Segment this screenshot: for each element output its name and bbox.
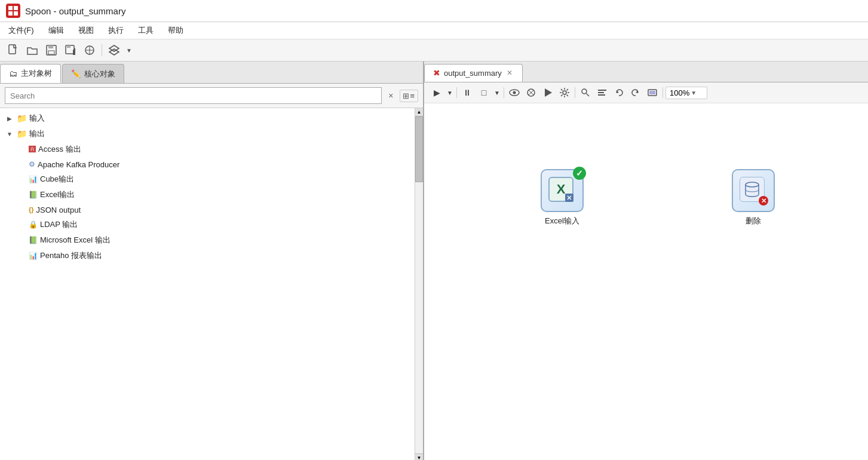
rt-sep-2: [504, 87, 504, 98]
search-options-button[interactable]: ⊞≡: [400, 90, 418, 102]
ldap-icon: 🔒: [29, 220, 38, 229]
app-logo: [6, 4, 20, 18]
svg-point-31: [746, 182, 759, 187]
stop-button[interactable]: □: [476, 85, 492, 100]
main-tree-tab-label: 主对象树: [21, 68, 52, 79]
new-file-icon: [7, 44, 19, 56]
svg-rect-28: [649, 91, 655, 94]
search-clear-button[interactable]: ×: [384, 89, 397, 102]
svg-rect-7: [48, 51, 54, 54]
delete-node[interactable]: ✕ 删除: [732, 169, 775, 226]
open-file-button[interactable]: [24, 42, 41, 59]
tree-label-pentaho: Pentaho 报表输出: [40, 250, 102, 261]
svg-rect-2: [8, 11, 13, 16]
scrollbar[interactable]: ▲ ▼: [415, 108, 423, 460]
tree-label-access: Access 输出: [38, 144, 81, 155]
tree-item-excel-output[interactable]: 📗 Excel输出: [12, 187, 415, 203]
settings-icon: [559, 87, 570, 98]
pause-button[interactable]: ⏸: [459, 85, 475, 100]
excel-input-node[interactable]: X ✓ Excel输入: [541, 169, 584, 226]
title-text: Spoon - output_summary: [25, 6, 125, 16]
zoom-dropdown[interactable]: 100% ▼: [665, 87, 707, 99]
tree-item-cube[interactable]: 📊 Cube输出: [12, 171, 415, 187]
menu-tools[interactable]: 工具: [136, 24, 156, 37]
menu-file[interactable]: 文件(F): [6, 24, 36, 37]
svg-line-21: [587, 94, 590, 97]
redo-icon: [631, 88, 640, 97]
run-icon: [542, 87, 553, 98]
error-badge: ✕: [759, 196, 768, 206]
tree-view: ▶ 📁 输入 ▼ 📁 输出 🅰 Access 输出: [0, 108, 415, 460]
find-button[interactable]: [578, 85, 593, 100]
svg-rect-24: [598, 94, 605, 96]
tab-output-summary[interactable]: ✖ output_summary ✕: [424, 64, 523, 82]
run-button[interactable]: ▶: [429, 85, 444, 100]
tree-label-kafka: Apache Kafka Producer: [38, 160, 119, 169]
align-button[interactable]: [594, 85, 610, 100]
tree-item-ldap[interactable]: 🔒 LDAP 输出: [12, 217, 415, 232]
undo-icon: [614, 88, 624, 97]
delete-node-box[interactable]: ✕: [732, 169, 775, 212]
core-objects-tab-label: 核心对象: [84, 69, 115, 79]
scroll-up-button[interactable]: ▲: [415, 108, 423, 116]
excel-output-icon: 📗: [29, 191, 38, 199]
scroll-track: [415, 116, 423, 453]
svg-point-20: [582, 89, 587, 94]
preview-button[interactable]: [507, 85, 522, 100]
redo-button[interactable]: [628, 85, 643, 100]
tree-item-input-group[interactable]: ▶ 📁 输入: [0, 111, 415, 126]
stop-dropdown-button[interactable]: ▼: [493, 85, 501, 100]
save-icon: [45, 44, 57, 56]
tree-label-output: 输出: [29, 128, 45, 139]
svg-marker-14: [109, 49, 119, 55]
scroll-thumb[interactable]: [415, 116, 423, 182]
tree-arrow-output: ▼: [5, 129, 14, 139]
dropdown-arrow-button[interactable]: ▼: [125, 42, 133, 59]
run-dropdown-button[interactable]: ▼: [446, 85, 454, 100]
tree-label-ldap: LDAP 输出: [40, 219, 78, 230]
search-bar: × ⊞≡: [0, 84, 423, 108]
tree-item-access-output[interactable]: 🅰 Access 输出: [12, 142, 415, 157]
right-toolbar: ▶ ▼ ⏸ □ ▼: [424, 82, 868, 103]
tree-item-pentaho[interactable]: 📊 Pentaho 报表输出: [12, 248, 415, 263]
tab-close-button[interactable]: ✕: [505, 69, 514, 77]
transform-settings-button[interactable]: [557, 85, 572, 100]
tree-item-kafka[interactable]: ⚙ Apache Kafka Producer: [12, 157, 415, 171]
debug-settings-button[interactable]: [523, 85, 539, 100]
access-output-icon: 🅰: [29, 145, 36, 154]
menu-view[interactable]: 视图: [76, 24, 96, 37]
tree-item-output-group[interactable]: ▼ 📁 输出: [0, 126, 415, 142]
left-tabs: 🗂 主对象树 ✏️ 核心对象: [0, 62, 423, 84]
debug-icon: [526, 87, 536, 98]
scroll-down-button[interactable]: ▼: [415, 453, 423, 460]
tree-label-excel-output: Excel输出: [40, 189, 75, 200]
run-check-button[interactable]: [540, 85, 556, 100]
new-file-button[interactable]: [5, 42, 22, 59]
snapshot-button[interactable]: [645, 85, 660, 100]
svg-rect-0: [8, 6, 13, 10]
search-clear-icon: ×: [388, 91, 393, 100]
menu-edit[interactable]: 编辑: [46, 24, 66, 37]
saveas-icon: [65, 44, 76, 56]
open-file-icon: [26, 44, 38, 56]
main-tree-tab-icon: 🗂: [9, 69, 17, 78]
undo-button[interactable]: [611, 85, 627, 100]
zoom-dropdown-arrow: ▼: [691, 90, 697, 96]
explore-button[interactable]: [81, 42, 98, 59]
svg-rect-4: [9, 45, 16, 54]
tree-label-input: 输入: [29, 113, 45, 124]
menu-run[interactable]: 执行: [106, 24, 126, 37]
excel-input-node-box[interactable]: X ✓: [541, 169, 584, 212]
search-input[interactable]: [5, 87, 382, 104]
svg-marker-18: [545, 88, 552, 97]
toolbar-separator-1: [102, 44, 102, 56]
layers-button[interactable]: [106, 42, 122, 59]
saveas-button[interactable]: [62, 42, 79, 59]
tab-main-tree[interactable]: 🗂 主对象树: [0, 64, 61, 83]
save-button[interactable]: [43, 42, 60, 59]
tree-item-json[interactable]: {} JSON output: [12, 203, 415, 217]
pentaho-icon: 📊: [29, 252, 38, 260]
menu-help[interactable]: 帮助: [165, 24, 186, 37]
tree-item-ms-excel[interactable]: 📗 Microsoft Excel 输出: [12, 232, 415, 248]
tab-core-objects[interactable]: ✏️ 核心对象: [62, 64, 124, 83]
